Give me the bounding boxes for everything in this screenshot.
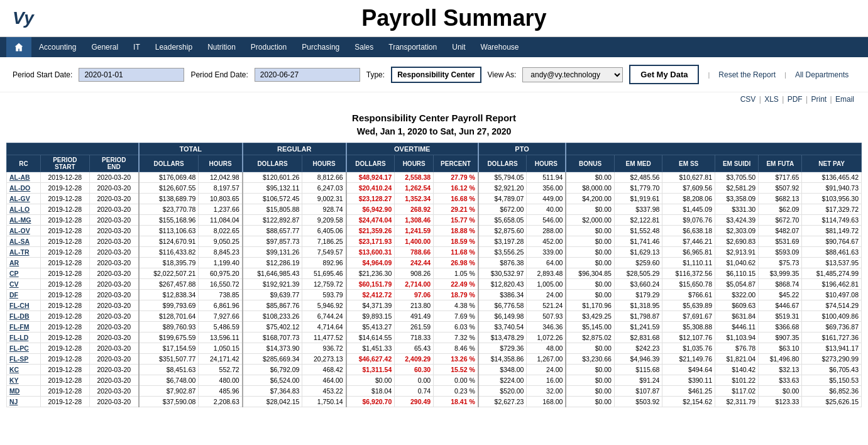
tot-hrs-cell: 10,803.65	[199, 194, 243, 204]
rc-cell[interactable]: AL-AB	[7, 172, 41, 183]
nav-sales[interactable]: Sales	[347, 38, 381, 57]
period-end-cell: 2020-03-20	[89, 397, 138, 407]
pto-dol-cell: $2,921.20	[478, 183, 527, 194]
period-end-input[interactable]	[255, 68, 360, 82]
table-row: FL-CH 2019-12-28 2020-03-20 $99,793.69 6…	[7, 300, 862, 311]
tot-hrs-cell: 2,208.63	[199, 397, 243, 407]
rc-cell[interactable]: AL-OV	[7, 226, 41, 236]
th-pto-hours: HOURS	[527, 155, 566, 172]
ot-dol-cell: $18.04	[346, 386, 395, 397]
ot-dol-cell: $9,893.15	[346, 311, 395, 322]
reg-hrs-cell: 51,695.46	[302, 268, 346, 279]
rc-cell[interactable]: AL-SA	[7, 236, 41, 247]
rc-cell[interactable]: KY	[7, 375, 41, 386]
period-end-label: Period End Date:	[190, 70, 248, 79]
bonus-cell: $0.00	[566, 236, 614, 247]
em-ss-cell: $2,154.62	[662, 397, 715, 407]
nav-accounting[interactable]: Accounting	[31, 38, 84, 57]
nav-general[interactable]: General	[84, 38, 126, 57]
period-start-input[interactable]	[79, 68, 184, 82]
net-pay-cell: $13,941.17	[802, 343, 862, 354]
rc-cell[interactable]: FL-LD	[7, 332, 41, 343]
net-pay-cell: $114,749.63	[802, 215, 862, 226]
logo: Vy	[13, 8, 34, 28]
em-suidi-cell: $1,103.94	[715, 332, 759, 343]
all-departments-link[interactable]: All Departments	[795, 70, 849, 79]
nav-transportation[interactable]: Transportation	[381, 38, 444, 57]
em-med-cell: $1,798.87	[614, 311, 662, 322]
em-suidi-cell: $6,110.15	[715, 268, 759, 279]
rc-cell[interactable]: AL-GV	[7, 194, 41, 204]
ot-dol-cell: $14,614.55	[346, 332, 395, 343]
view-as-select[interactable]: andy@vy.technology	[522, 67, 623, 82]
tot-hrs-cell: 485.96	[199, 386, 243, 397]
nav-production[interactable]: Production	[243, 38, 294, 57]
net-pay-cell: $69,736.87	[802, 322, 862, 332]
bonus-cell: $0.00	[566, 365, 614, 375]
nav-warehouse[interactable]: Warehouse	[473, 38, 527, 57]
em-ss-cell: $766.61	[662, 290, 715, 300]
ot-hrs-cell: 491.49	[395, 311, 434, 322]
rc-cell[interactable]: NJ	[7, 397, 41, 407]
print-link[interactable]: Print	[811, 95, 827, 104]
th-reg-dollars: DOLLARS	[243, 155, 302, 172]
nav-leadership[interactable]: Leadership	[148, 38, 200, 57]
period-end-cell: 2020-03-20	[89, 343, 138, 354]
reg-hrs-cell: 453.22	[302, 386, 346, 397]
period-start-cell: 2019-12-28	[40, 183, 89, 194]
pto-dol-cell: $520.00	[478, 386, 527, 397]
rc-cell[interactable]: MD	[7, 386, 41, 397]
rc-cell[interactable]: AR	[7, 258, 41, 268]
rc-cell[interactable]: AL-MG	[7, 215, 41, 226]
get-data-button[interactable]: Get My Data	[629, 65, 699, 84]
nav-unit[interactable]: Unit	[444, 38, 473, 57]
ot-dol-cell: $23,128.27	[346, 194, 395, 204]
nav-home-icon[interactable]	[6, 37, 31, 57]
rc-cell[interactable]: FL-PC	[7, 343, 41, 354]
rc-cell[interactable]: KC	[7, 365, 41, 375]
rc-cell[interactable]: FL-SP	[7, 354, 41, 365]
rc-cell[interactable]: FL-CH	[7, 300, 41, 311]
csv-link[interactable]: CSV	[740, 95, 756, 104]
net-pay-cell: $196,462.81	[802, 279, 862, 290]
nav-nutrition[interactable]: Nutrition	[200, 38, 243, 57]
em-ss-cell: $1,110.11	[662, 258, 715, 268]
bonus-cell: $2,875.02	[566, 332, 614, 343]
reg-hrs-cell: 892.96	[302, 258, 346, 268]
reg-hrs-cell: 1,750.14	[302, 397, 346, 407]
rc-cell[interactable]: AL-TR	[7, 247, 41, 258]
pdf-link[interactable]: PDF	[788, 95, 803, 104]
reg-dol-cell: $122,892.87	[243, 215, 302, 226]
table-row: FL-SP 2019-12-28 2020-03-20 $351,507.77 …	[7, 354, 862, 365]
period-start-cell: 2019-12-28	[40, 290, 89, 300]
rc-cell[interactable]: AL-DO	[7, 183, 41, 194]
pto-hrs-cell: 449.00	[527, 194, 566, 204]
th-misc-group	[566, 143, 861, 155]
ot-dol-cell: $13,600.31	[346, 247, 395, 258]
rc-cell[interactable]: DF	[7, 290, 41, 300]
period-start-cell: 2019-12-28	[40, 300, 89, 311]
table-row: AL-DO 2019-12-28 2020-03-20 $126,607.55 …	[7, 183, 862, 194]
rc-cell[interactable]: FL-DB	[7, 311, 41, 322]
net-pay-cell: $136,465.42	[802, 172, 862, 183]
rc-cell[interactable]: CV	[7, 279, 41, 290]
tot-dol-cell: $267,457.88	[139, 279, 199, 290]
xls-link[interactable]: XLS	[764, 95, 779, 104]
ot-hrs-cell: 1,352.34	[395, 194, 434, 204]
em-ss-cell: $7,609.56	[662, 183, 715, 194]
rc-cell[interactable]: CP	[7, 268, 41, 279]
em-ss-cell: $7,691.67	[662, 311, 715, 322]
pto-dol-cell: $672.00	[478, 204, 527, 215]
bonus-cell: $96,304.85	[566, 268, 614, 279]
pto-hrs-cell: 64.00	[527, 258, 566, 268]
rc-cell[interactable]: FL-FM	[7, 322, 41, 332]
tot-hrs-cell: 1,199.40	[199, 258, 243, 268]
email-link[interactable]: Email	[835, 95, 854, 104]
th-pto-group: PTO	[478, 143, 566, 155]
nav-it[interactable]: IT	[126, 38, 148, 57]
nav-purchasing[interactable]: Purchasing	[294, 38, 347, 57]
period-start-cell: 2019-12-28	[40, 268, 89, 279]
pto-hrs-cell: 1,005.00	[527, 279, 566, 290]
reset-report-link[interactable]: Reset the Report	[718, 70, 776, 79]
rc-cell[interactable]: AL-LO	[7, 204, 41, 215]
